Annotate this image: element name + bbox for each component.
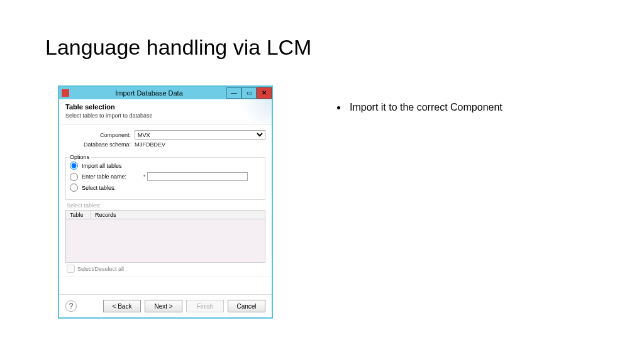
import-database-window: Import Database Data — ▭ ✕ Table selecti… <box>58 85 273 319</box>
maximize-button[interactable]: ▭ <box>242 87 257 99</box>
radio-import-all[interactable] <box>70 162 78 170</box>
titlebar[interactable]: Import Database Data — ▭ ✕ <box>59 87 272 99</box>
required-asterisk: * <box>143 173 146 180</box>
bullet-item: Import it to the correct Component <box>347 102 502 113</box>
panel-subtitle: Select tables to import to database <box>65 112 265 119</box>
cancel-button[interactable]: Cancel <box>228 300 265 312</box>
minimize-button[interactable]: — <box>226 87 242 99</box>
column-table[interactable]: Table <box>66 211 91 219</box>
tables-listbox[interactable]: Table Records <box>65 210 265 263</box>
radio-enter-name[interactable] <box>70 173 78 181</box>
label-select-tables: Select tables: <box>82 185 138 191</box>
label-enter-name: Enter table name: <box>82 173 138 180</box>
options-legend: Options <box>69 154 91 160</box>
app-icon <box>62 89 69 97</box>
component-label: Component: <box>65 132 135 138</box>
slide-title: Language handling via LCM <box>45 35 311 60</box>
component-select[interactable]: MVX <box>135 130 265 140</box>
table-name-input[interactable] <box>147 172 248 181</box>
help-icon[interactable]: ? <box>65 300 77 312</box>
select-all-checkbox[interactable] <box>67 265 75 273</box>
options-group: Options Import all tables Enter table na… <box>65 157 265 200</box>
select-all-label: Select/Deselect all <box>77 266 124 272</box>
schema-value: M3FDBDEV <box>135 141 165 148</box>
slide-bullets: Import it to the correct Component <box>335 102 502 113</box>
panel-title: Table selection <box>65 103 265 111</box>
close-button[interactable]: ✕ <box>257 87 272 99</box>
next-button[interactable]: Next > <box>145 300 182 312</box>
label-import-all: Import all tables <box>82 163 138 169</box>
column-records[interactable]: Records <box>91 211 120 219</box>
finish-button: Finish <box>186 300 224 312</box>
back-button[interactable]: < Back <box>103 300 141 312</box>
select-tables-label: Select tables: <box>65 202 265 209</box>
schema-label: Database schema: <box>65 141 135 148</box>
window-title: Import Database Data <box>72 89 226 97</box>
radio-select-tables[interactable] <box>70 184 78 192</box>
